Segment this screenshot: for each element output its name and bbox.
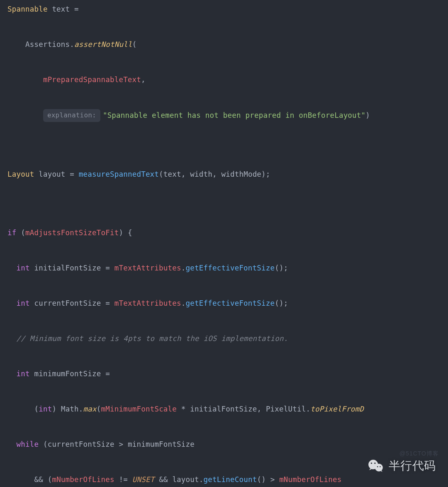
wechat-label: 半行代码 [389,457,436,475]
code-line: if (mAdjustsFontSizeToFit) { [7,227,448,239]
code-line: mPreparedSpannableText, [7,74,448,86]
svg-point-1 [375,463,383,471]
code-line: int minimumFontSize = [7,368,448,380]
wechat-signature: 半行代码 [367,457,436,475]
code-line: // Minimum font size is 4pts to match th… [7,333,448,345]
svg-point-5 [380,466,381,467]
code-line: Layout layout = measureSpannedText(text,… [7,168,448,180]
svg-point-4 [377,466,378,467]
svg-point-3 [374,463,375,464]
wechat-icon [367,458,385,475]
code-line: (int) Math.max(mMinimumFontScale * initi… [7,403,448,415]
code-line: explanation:"Spannable element has not b… [7,109,448,122]
inline-hint: explanation: [43,109,100,122]
code-line: while (currentFontSize > minimumFontSize [7,438,448,450]
code-block: Spannable text = Assertions.assertNotNul… [7,3,448,487]
code-line: int initialFontSize = mTextAttributes.ge… [7,262,448,274]
svg-point-2 [371,463,372,464]
code-line: Assertions.assertNotNull( [7,39,448,51]
code-line: Spannable text = [7,3,448,15]
code-line: int currentFontSize = mTextAttributes.ge… [7,297,448,309]
